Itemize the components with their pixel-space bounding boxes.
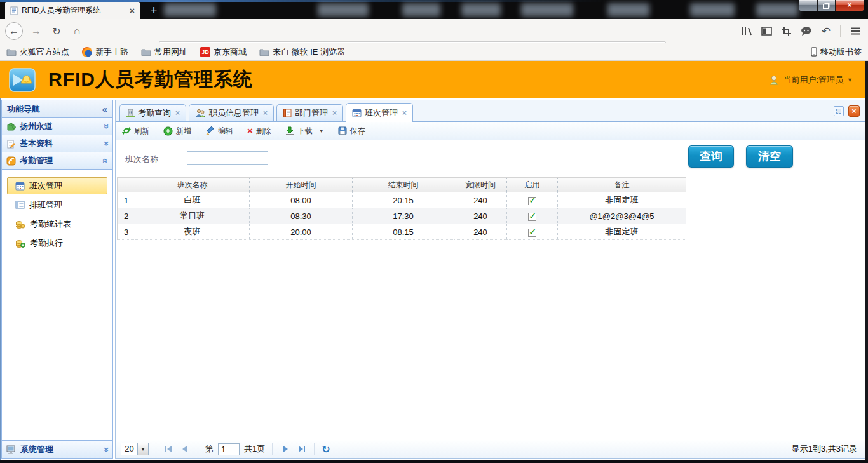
calendar-icon xyxy=(15,181,25,191)
edit-button[interactable]: 编辑 xyxy=(205,126,233,137)
page-number-input[interactable] xyxy=(218,443,240,455)
home-icon: ⌂ xyxy=(74,25,80,37)
refresh-button[interactable]: 刷新 xyxy=(122,126,149,137)
home-button[interactable]: ⌂ xyxy=(69,19,85,43)
bookmark-item[interactable]: 来自 微软 IE 浏览器 xyxy=(259,46,345,58)
bookmark-item[interactable]: 火狐官方站点 xyxy=(6,46,69,58)
reload-grid-icon[interactable]: ↻ xyxy=(322,443,330,455)
user-icon xyxy=(769,75,779,85)
clear-button[interactable]: 清空 xyxy=(746,145,793,168)
schedule-list-icon xyxy=(15,201,25,209)
check-icon: ✓ xyxy=(529,194,537,206)
tab-close-icon[interactable]: × xyxy=(332,109,337,117)
tab-shift-management[interactable]: 班次管理 × xyxy=(346,103,413,122)
save-button[interactable]: 保存 xyxy=(338,126,365,137)
menu-icon[interactable] xyxy=(850,27,860,36)
library-icon[interactable] xyxy=(740,26,752,36)
download-button[interactable]: 下载 ▼ xyxy=(285,126,324,137)
sidebar-item-attendance-stats[interactable]: 考勤统计表 xyxy=(7,215,107,232)
first-page-button[interactable] xyxy=(163,443,175,455)
next-page-button[interactable] xyxy=(280,443,291,455)
app-header: RFID人员考勤管理系统 当前用户:管理员 ▼ xyxy=(0,61,868,98)
col-remark[interactable]: 备注 xyxy=(558,178,686,192)
add-button[interactable]: 新增 xyxy=(163,126,191,137)
background-thumbnail xyxy=(607,3,649,17)
tab-close-icon[interactable]: × xyxy=(130,6,135,16)
bookmark-item[interactable]: 新手上路 xyxy=(82,46,128,58)
folder-icon xyxy=(259,48,269,56)
minimize-button[interactable]: – xyxy=(799,0,818,11)
background-thumbnail xyxy=(164,3,216,17)
col-enabled[interactable]: 启用 xyxy=(507,178,558,192)
mobile-bookmarks-item[interactable]: 移动版书签 xyxy=(811,46,862,58)
new-tab-button[interactable]: + xyxy=(146,3,161,18)
sidebar-group-basic-data[interactable]: 基本资料 « xyxy=(2,135,112,152)
building-icon xyxy=(126,109,135,117)
main-panel: 考勤查询 × 职员信息管理 × 部门管理 × 班次管理 × xyxy=(115,100,865,459)
collapse-sidebar-icon[interactable]: « xyxy=(102,104,107,114)
close-panel-button[interactable]: × xyxy=(848,105,860,117)
forward-button[interactable]: → xyxy=(28,19,44,43)
col-start-time[interactable]: 开始时间 xyxy=(250,178,353,192)
edit-page-icon xyxy=(6,139,16,149)
col-grace-time[interactable]: 宽限时间 xyxy=(454,178,507,192)
back-icon: ← xyxy=(9,25,19,37)
search-row: 班次名称 查询 清空 xyxy=(116,140,865,177)
chat-bubble-icon[interactable] xyxy=(801,27,812,36)
sidebar-toggle-icon[interactable] xyxy=(761,27,772,36)
tab-department[interactable]: 部门管理 × xyxy=(276,104,343,121)
table-row[interactable]: 2 常日班 08:30 17:30 240 ✓ @1@2@3@4@5 xyxy=(118,208,686,224)
bookmark-item[interactable]: 常用网址 xyxy=(141,46,187,58)
sidebar-group-attendance[interactable]: 考勤管理 « xyxy=(2,152,112,170)
col-end-time[interactable]: 结束时间 xyxy=(353,178,454,192)
forward-icon: → xyxy=(31,25,41,37)
tab-staff-info[interactable]: 职员信息管理 × xyxy=(189,104,274,121)
enabled-checkbox[interactable]: ✓ xyxy=(528,229,536,237)
tab-close-icon[interactable]: × xyxy=(402,109,407,117)
last-page-button[interactable] xyxy=(295,443,307,455)
enabled-checkbox[interactable]: ✓ xyxy=(528,213,536,221)
close-window-button[interactable]: × xyxy=(836,0,864,11)
page-count-label: 共1页 xyxy=(244,443,265,455)
page-size-select[interactable]: 20 ▼ xyxy=(121,443,149,455)
favicon-document-icon xyxy=(10,6,18,15)
sidebar-item-schedule-management[interactable]: 排班管理 xyxy=(7,196,107,213)
browser-tab-title: RFID人员考勤管理系统 xyxy=(22,5,126,16)
sidebar-item-shift-management[interactable]: 班次管理 xyxy=(7,177,107,194)
back-button[interactable]: ← xyxy=(4,19,24,43)
undo-icon[interactable]: ↶ xyxy=(822,25,831,38)
shift-name-input[interactable] xyxy=(187,151,268,165)
folder-icon xyxy=(6,48,17,56)
row-number-header[interactable] xyxy=(118,178,135,192)
bookmark-item[interactable]: JD 京东商城 xyxy=(200,46,247,58)
sidebar-submenu: 班次管理 排班管理 考勤统计表 考勤执行 xyxy=(2,170,112,440)
check-icon: ✓ xyxy=(529,210,537,222)
background-thumbnail xyxy=(318,3,369,17)
current-user-menu[interactable]: 当前用户:管理员 ▼ xyxy=(769,61,853,98)
screenshot-crop-icon[interactable] xyxy=(782,27,791,36)
tab-close-icon[interactable]: × xyxy=(175,109,180,117)
table-row[interactable]: 3 夜班 20:00 08:15 240 ✓ 非固定班 xyxy=(118,224,686,240)
refresh-icon xyxy=(122,126,131,135)
sidebar-item-attendance-exec[interactable]: 考勤执行 xyxy=(7,234,107,252)
browser-tab[interactable]: RFID人员考勤管理系统 × xyxy=(5,2,140,19)
tab-attendance-query[interactable]: 考勤查询 × xyxy=(119,104,186,121)
prev-page-button[interactable] xyxy=(179,443,191,455)
enabled-checkbox[interactable]: ✓ xyxy=(528,197,536,205)
table-row[interactable]: 1 白班 08:00 20:15 240 ✓ 非固定班 xyxy=(118,192,686,208)
page-size-caret-icon: ▼ xyxy=(138,443,149,455)
shift-table: 班次名称 开始时间 结束时间 宽限时间 启用 备注 1 白班 08:00 20:… xyxy=(117,177,686,240)
rss-icon xyxy=(6,156,16,166)
delete-button[interactable]: × 删除 xyxy=(247,126,271,137)
save-icon xyxy=(338,126,347,135)
restore-button[interactable] xyxy=(818,0,836,11)
col-shift-name[interactable]: 班次名称 xyxy=(135,178,250,192)
notebook-icon xyxy=(283,109,292,117)
sidebar-group-yangzhou[interactable]: 扬州永道 « xyxy=(2,118,112,135)
reload-button[interactable]: ↻ xyxy=(48,19,65,43)
sidebar-group-system[interactable]: 系统管理 « xyxy=(2,441,112,458)
grid-toolbar: 刷新 新增 编辑 × 删除 下载 ▼ xyxy=(116,122,865,140)
tab-close-icon[interactable]: × xyxy=(263,109,268,117)
maximize-panel-button[interactable] xyxy=(834,106,844,116)
query-button[interactable]: 查询 xyxy=(688,145,734,168)
